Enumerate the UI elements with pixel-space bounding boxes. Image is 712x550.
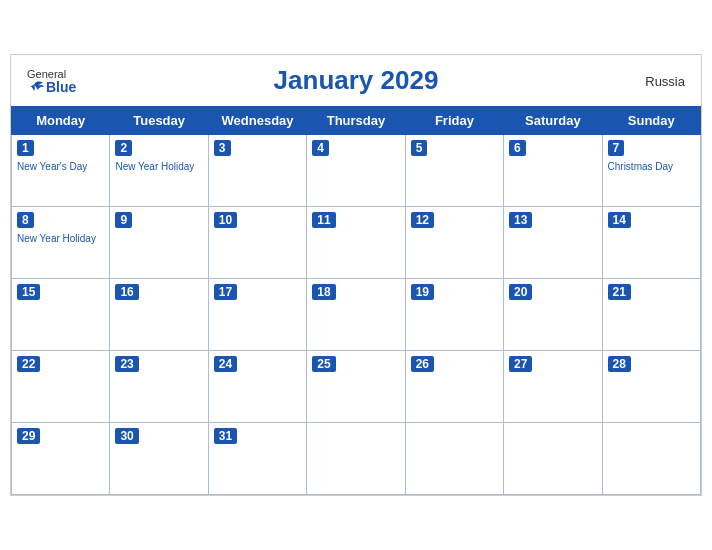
day-number: 16 — [115, 284, 138, 300]
calendar-cell: 28 — [602, 351, 700, 423]
calendar-cell: 6 — [504, 135, 602, 207]
day-number: 1 — [17, 140, 34, 156]
calendar-week-row: 22232425262728 — [12, 351, 701, 423]
calendar-container: General Blue January 2029 Russia Monday … — [10, 54, 702, 496]
calendar-cell: 15 — [12, 279, 110, 351]
calendar-cell — [405, 423, 503, 495]
day-number: 5 — [411, 140, 428, 156]
calendar-cell: 26 — [405, 351, 503, 423]
day-number: 14 — [608, 212, 631, 228]
calendar-cell — [307, 423, 405, 495]
header-friday: Friday — [405, 107, 503, 135]
header-tuesday: Tuesday — [110, 107, 208, 135]
holiday-label: New Year Holiday — [17, 232, 104, 245]
calendar-cell: 17 — [208, 279, 306, 351]
calendar-cell: 7Christmas Day — [602, 135, 700, 207]
holiday-label: Christmas Day — [608, 160, 695, 173]
calendar-cell: 10 — [208, 207, 306, 279]
calendar-cell: 24 — [208, 351, 306, 423]
day-number: 28 — [608, 356, 631, 372]
calendar-header: General Blue January 2029 Russia — [11, 55, 701, 106]
calendar-week-row: 293031 — [12, 423, 701, 495]
day-number: 21 — [608, 284, 631, 300]
calendar-cell: 2New Year Holiday — [110, 135, 208, 207]
day-number: 12 — [411, 212, 434, 228]
day-number: 4 — [312, 140, 329, 156]
day-number: 17 — [214, 284, 237, 300]
calendar-cell: 8New Year Holiday — [12, 207, 110, 279]
header-sunday: Sunday — [602, 107, 700, 135]
day-number: 25 — [312, 356, 335, 372]
day-number: 27 — [509, 356, 532, 372]
holiday-label: New Year's Day — [17, 160, 104, 173]
calendar-cell: 4 — [307, 135, 405, 207]
day-number: 7 — [608, 140, 625, 156]
calendar-cell: 30 — [110, 423, 208, 495]
day-number: 29 — [17, 428, 40, 444]
day-number: 18 — [312, 284, 335, 300]
day-number: 26 — [411, 356, 434, 372]
day-number: 31 — [214, 428, 237, 444]
day-number: 2 — [115, 140, 132, 156]
day-number: 19 — [411, 284, 434, 300]
country-label: Russia — [645, 73, 685, 88]
logo: General Blue — [27, 68, 76, 93]
calendar-cell — [602, 423, 700, 495]
logo-blue-text: Blue — [27, 79, 76, 93]
calendar-cell: 27 — [504, 351, 602, 423]
header-wednesday: Wednesday — [208, 107, 306, 135]
header-thursday: Thursday — [307, 107, 405, 135]
day-number: 30 — [115, 428, 138, 444]
calendar-cell: 1New Year's Day — [12, 135, 110, 207]
header-monday: Monday — [12, 107, 110, 135]
day-number: 13 — [509, 212, 532, 228]
calendar-cell: 29 — [12, 423, 110, 495]
calendar-cell: 11 — [307, 207, 405, 279]
day-number: 8 — [17, 212, 34, 228]
calendar-cell: 20 — [504, 279, 602, 351]
day-number: 22 — [17, 356, 40, 372]
calendar-cell: 13 — [504, 207, 602, 279]
calendar-week-row: 1New Year's Day2New Year Holiday34567Chr… — [12, 135, 701, 207]
calendar-cell: 5 — [405, 135, 503, 207]
weekday-header-row: Monday Tuesday Wednesday Thursday Friday… — [12, 107, 701, 135]
day-number: 10 — [214, 212, 237, 228]
calendar-cell: 22 — [12, 351, 110, 423]
calendar-title: January 2029 — [274, 65, 439, 96]
calendar-cell: 14 — [602, 207, 700, 279]
day-number: 15 — [17, 284, 40, 300]
calendar-table: Monday Tuesday Wednesday Thursday Friday… — [11, 106, 701, 495]
day-number: 6 — [509, 140, 526, 156]
header-saturday: Saturday — [504, 107, 602, 135]
holiday-label: New Year Holiday — [115, 160, 202, 173]
calendar-cell: 12 — [405, 207, 503, 279]
day-number: 9 — [115, 212, 132, 228]
calendar-cell: 16 — [110, 279, 208, 351]
calendar-cell: 21 — [602, 279, 700, 351]
day-number: 11 — [312, 212, 335, 228]
day-number: 24 — [214, 356, 237, 372]
day-number: 20 — [509, 284, 532, 300]
calendar-cell: 31 — [208, 423, 306, 495]
calendar-week-row: 15161718192021 — [12, 279, 701, 351]
logo-bird-icon — [27, 79, 45, 93]
calendar-cell: 23 — [110, 351, 208, 423]
day-number: 23 — [115, 356, 138, 372]
calendar-cell: 9 — [110, 207, 208, 279]
calendar-cell: 25 — [307, 351, 405, 423]
calendar-cell: 19 — [405, 279, 503, 351]
calendar-cell: 18 — [307, 279, 405, 351]
calendar-cell — [504, 423, 602, 495]
day-number: 3 — [214, 140, 231, 156]
calendar-cell: 3 — [208, 135, 306, 207]
calendar-week-row: 8New Year Holiday91011121314 — [12, 207, 701, 279]
